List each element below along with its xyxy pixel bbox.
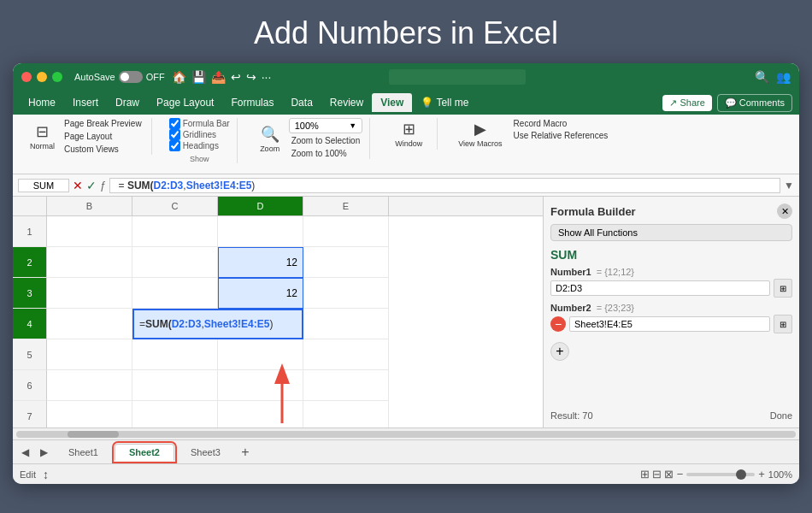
insert-function-icon[interactable]: ƒ: [100, 179, 106, 192]
tab-nav-right[interactable]: ▶: [35, 444, 52, 461]
sheet-tab-sheet3[interactable]: Sheet3: [176, 444, 235, 461]
sheet-tab-sheet2[interactable]: Sheet2: [115, 444, 174, 461]
save-icon[interactable]: 💾: [191, 70, 206, 84]
home-icon[interactable]: 🏠: [172, 70, 186, 84]
search-icon[interactable]: 🔍: [755, 70, 769, 84]
comments-button[interactable]: 💬 Comments: [717, 94, 792, 112]
zoom-100-btn[interactable]: Zoom to 100%: [289, 148, 363, 159]
tab-draw[interactable]: Draw: [107, 93, 148, 112]
number1-ref-button[interactable]: ⊞: [774, 279, 792, 298]
tab-view[interactable]: View: [372, 93, 412, 112]
view-macros-btn[interactable]: ▶ View Macros: [455, 118, 505, 150]
accept-formula-icon[interactable]: ✓: [86, 179, 97, 192]
zoom-out-icon[interactable]: −: [677, 468, 684, 481]
cell-b4[interactable]: [47, 309, 132, 339]
cancel-formula-icon[interactable]: ✕: [73, 179, 83, 192]
cell-c2[interactable]: [132, 247, 218, 278]
done-button[interactable]: Done: [770, 410, 792, 421]
formula-builder-close[interactable]: ✕: [777, 203, 792, 219]
formula-input[interactable]: = SUM(D2:D3,Sheet3!E4:E5): [109, 178, 780, 193]
number1-input[interactable]: [550, 280, 770, 296]
expand-formula-icon[interactable]: ▼: [784, 180, 794, 192]
filename-bar: [389, 69, 526, 85]
zoom-btn[interactable]: 🔍 Zoom: [255, 123, 285, 155]
tab-review[interactable]: Review: [321, 93, 372, 112]
tab-home[interactable]: Home: [20, 93, 64, 112]
tab-data[interactable]: Data: [282, 93, 321, 112]
status-icon: ↕: [43, 468, 49, 481]
zoom-slider[interactable]: [686, 473, 755, 476]
cell-c3[interactable]: [132, 278, 218, 309]
maximize-button[interactable]: [52, 72, 62, 82]
cell-e1[interactable]: [303, 216, 389, 247]
cell-e6[interactable]: [303, 370, 389, 401]
normal-view-status-icon[interactable]: ⊞: [640, 468, 650, 481]
cell-d3[interactable]: 12: [218, 278, 303, 309]
add-param-button[interactable]: +: [550, 342, 569, 361]
cell-d5[interactable]: [218, 339, 303, 370]
cell-b6[interactable]: [47, 370, 132, 401]
cell-b1[interactable]: [47, 216, 132, 247]
tab-tell-me[interactable]: 💡 Tell me: [412, 93, 477, 112]
cell-reference[interactable]: SUM: [18, 179, 69, 192]
window-btn[interactable]: ⊞ Window: [387, 118, 430, 150]
cell-d2[interactable]: 12: [218, 247, 303, 278]
zoom-in-icon[interactable]: +: [758, 468, 765, 481]
cell-e5[interactable]: [303, 339, 389, 370]
share-button[interactable]: ↗ Share: [662, 95, 711, 111]
zoom-selector[interactable]: 100% ▼: [289, 118, 363, 133]
tab-insert[interactable]: Insert: [64, 93, 107, 112]
add-sheet-button[interactable]: +: [237, 444, 254, 461]
redo-icon[interactable]: ↪: [246, 70, 256, 84]
number2-input[interactable]: [569, 316, 770, 332]
cell-b3[interactable]: [47, 278, 132, 309]
cell-b2[interactable]: [47, 247, 132, 278]
horizontal-scrollbar[interactable]: [13, 428, 799, 439]
tab-page-layout[interactable]: Page Layout: [148, 93, 222, 112]
zoom-thumb[interactable]: [736, 469, 746, 480]
tab-nav-left[interactable]: ◀: [16, 444, 33, 461]
page-break-preview-btn[interactable]: Page Break Preview: [62, 118, 144, 129]
cell-e7[interactable]: [303, 401, 389, 428]
page-break-status-icon[interactable]: ⊠: [664, 468, 674, 481]
more-icon[interactable]: ···: [262, 70, 272, 84]
cell-e4[interactable]: [303, 309, 389, 339]
cell-d1[interactable]: [218, 216, 303, 247]
share-file-icon[interactable]: 📤: [211, 70, 226, 84]
collab-icon[interactable]: 👥: [776, 70, 791, 84]
cell-e3[interactable]: [303, 278, 389, 309]
custom-views-btn[interactable]: Custom Views: [62, 144, 144, 155]
tab-formulas[interactable]: Formulas: [222, 93, 282, 112]
cell-b5[interactable]: [47, 339, 132, 370]
cell-b7[interactable]: [47, 401, 132, 428]
undo-icon[interactable]: ↩: [231, 70, 241, 84]
row-header-4: 4: [13, 309, 47, 339]
page-layout-btn[interactable]: Page Layout: [62, 131, 144, 142]
window-icon: ⊞: [403, 120, 415, 139]
cell-c5[interactable]: [132, 339, 218, 370]
record-macro-btn[interactable]: Record Macro: [511, 118, 611, 129]
headings-checkbox[interactable]: Headings: [169, 140, 230, 151]
cell-d6[interactable]: [218, 370, 303, 401]
formula-bar-checkbox[interactable]: Formula Bar: [169, 118, 230, 129]
gridlines-checkbox[interactable]: Gridlines: [169, 129, 230, 140]
cell-c6[interactable]: [132, 370, 218, 401]
scrollbar-thumb[interactable]: [68, 431, 119, 438]
autosave-toggle[interactable]: [119, 71, 143, 83]
use-relative-btn[interactable]: Use Relative References: [511, 130, 611, 141]
remove-param-button[interactable]: −: [550, 316, 566, 332]
cell-c1[interactable]: [132, 216, 218, 247]
cell-e2[interactable]: [303, 247, 389, 278]
page-layout-status-icon[interactable]: ⊟: [652, 468, 662, 481]
normal-view-btn[interactable]: ⊟ Normal: [26, 121, 58, 152]
sheet-tab-sheet1[interactable]: Sheet1: [54, 444, 113, 461]
minimize-button[interactable]: [37, 72, 47, 82]
cell-d7[interactable]: [218, 401, 303, 428]
cell-c7[interactable]: [132, 401, 218, 428]
close-button[interactable]: [21, 72, 32, 82]
edit-mode-label: Edit: [20, 469, 36, 480]
show-functions-button[interactable]: Show All Functions: [550, 224, 792, 241]
number2-ref-button[interactable]: ⊞: [774, 315, 792, 333]
cell-d4[interactable]: = SUM(D2:D3,Sheet3!E4:E5): [132, 309, 303, 339]
zoom-to-selection-btn[interactable]: Zoom to Selection: [289, 135, 363, 146]
